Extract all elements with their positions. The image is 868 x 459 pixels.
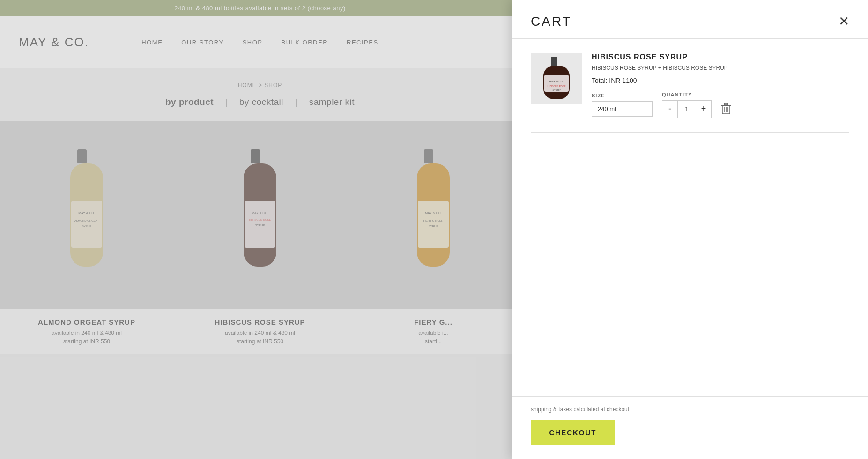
- svg-text:MAY & CO.: MAY & CO.: [425, 211, 442, 215]
- qty-minus-button[interactable]: -: [662, 101, 677, 118]
- product-grid: MAY & CO. ALMOND ORGEAT SYRUP ALMOND ORG…: [0, 121, 520, 354]
- cart-close-button[interactable]: ✕: [838, 15, 849, 28]
- nav-shop[interactable]: SHOP: [243, 39, 263, 46]
- svg-text:SYRUP: SYRUP: [255, 224, 265, 227]
- shipping-note: shipping & taxes calculated at checkout: [531, 406, 849, 413]
- product-info-fiery: FIERY G... available i... starti...: [347, 309, 520, 354]
- checkout-button[interactable]: CHECKOUT: [531, 420, 615, 445]
- product-avail-hibiscus: available in 240 ml & 480 ml: [183, 330, 337, 336]
- svg-rect-6: [251, 149, 260, 163]
- size-select[interactable]: 240 ml 480 ml: [592, 101, 653, 117]
- svg-rect-12: [424, 149, 433, 163]
- svg-text:MAY & CO.: MAY & CO.: [78, 211, 95, 215]
- cart-item-details: HIBISCUS ROSE SYRUP HIBISCUS ROSE SYRUP …: [592, 53, 849, 118]
- qty-label: QUANTITY: [662, 92, 712, 97]
- qty-control: - 1 +: [662, 100, 712, 118]
- product-image-hibiscus: MAY & CO. HIBISCUS ROSE SYRUP: [173, 121, 347, 309]
- size-select-wrap: SIZE 240 ml 480 ml: [592, 93, 653, 117]
- product-name-fiery: FIERY G...: [356, 318, 511, 326]
- filter-by-product[interactable]: by product: [156, 97, 223, 107]
- product-avail-fiery: available i...: [356, 330, 511, 336]
- svg-text:FIERY GINGER: FIERY GINGER: [423, 219, 444, 222]
- svg-text:MAY & CO.: MAY & CO.: [549, 80, 564, 83]
- announcement-text: 240 ml & 480 ml bottles available in set…: [174, 5, 346, 12]
- cart-item-total: Total: INR 1100: [592, 77, 849, 84]
- site-logo[interactable]: MAY & CO.: [19, 35, 89, 50]
- qty-value: 1: [677, 101, 696, 118]
- svg-rect-14: [418, 201, 449, 248]
- filter-by-cocktail[interactable]: by cocktail: [230, 97, 293, 107]
- product-image-fiery: MAY & CO. FIERY GINGER SYRUP: [347, 121, 520, 309]
- cart-panel: CART ✕ MAY & CO. HIBISCUS ROSE SYRUP HIB…: [512, 0, 868, 459]
- filter-sep-1: |: [223, 97, 230, 107]
- cart-header: CART ✕: [512, 0, 868, 39]
- product-card-fiery[interactable]: MAY & CO. FIERY GINGER SYRUP FIERY G... …: [347, 121, 520, 354]
- cart-item-name: HIBISCUS ROSE SYRUP: [592, 53, 849, 61]
- navbar: MAY & CO. HOME OUR STORY SHOP BULK ORDER…: [0, 16, 520, 68]
- svg-text:MAY & CO.: MAY & CO.: [252, 211, 268, 215]
- filter-tabs: by product | by cocktail | sampler kit: [0, 97, 520, 107]
- announcement-bar: 240 ml & 480 ml bottles available in set…: [0, 0, 520, 16]
- delete-item-button[interactable]: [721, 103, 731, 117]
- cart-body: MAY & CO. HIBISCUS ROSE SYRUP HIBISCUS R…: [512, 39, 868, 396]
- svg-text:SYRUP: SYRUP: [429, 225, 438, 228]
- svg-rect-18: [551, 57, 557, 66]
- nav-links: HOME OUR STORY SHOP BULK ORDER RECIPES: [141, 38, 378, 46]
- product-info-hibiscus: HIBISCUS ROSE SYRUP available in 240 ml …: [173, 309, 347, 354]
- nav-home[interactable]: HOME: [141, 39, 163, 46]
- cart-footer: shipping & taxes calculated at checkout …: [512, 396, 868, 459]
- cart-title: CART: [531, 14, 572, 29]
- product-info-almond: ALMOND ORGEAT SYRUP available in 240 ml …: [0, 309, 173, 354]
- breadcrumb: HOME > SHOP: [0, 82, 520, 89]
- product-price-fiery: starti...: [356, 338, 511, 345]
- svg-text:HIBISCUS ROSE: HIBISCUS ROSE: [249, 218, 271, 221]
- product-card-almond[interactable]: MAY & CO. ALMOND ORGEAT SYRUP ALMOND ORG…: [0, 121, 173, 354]
- svg-rect-25: [724, 103, 728, 105]
- cart-item-desc: HIBISCUS ROSE SYRUP + HIBISCUS ROSE SYRU…: [592, 64, 849, 72]
- svg-text:HIBISCUS ROSE: HIBISCUS ROSE: [547, 85, 566, 88]
- cart-divider: [531, 132, 849, 133]
- filter-sampler-kit[interactable]: sampler kit: [300, 97, 364, 107]
- svg-text:SYRUP: SYRUP: [82, 225, 92, 228]
- product-price-hibiscus: starting at INR 550: [183, 338, 337, 345]
- cart-item-image: MAY & CO. HIBISCUS ROSE SYRUP: [531, 53, 582, 104]
- filter-sep-2: |: [293, 97, 300, 107]
- svg-rect-2: [71, 201, 102, 248]
- product-name-almond: ALMOND ORGEAT SYRUP: [9, 318, 164, 326]
- cart-item: MAY & CO. HIBISCUS ROSE SYRUP HIBISCUS R…: [531, 53, 849, 118]
- product-avail-almond: available in 240 ml & 480 ml: [9, 330, 164, 336]
- svg-text:SYRUP: SYRUP: [552, 89, 561, 91]
- nav-our-story[interactable]: OUR STORY: [181, 39, 223, 46]
- svg-rect-0: [77, 149, 87, 163]
- product-price-almond: starting at INR 550: [9, 338, 164, 345]
- nav-bulk-order[interactable]: BULK ORDER: [282, 39, 328, 46]
- product-card-hibiscus[interactable]: MAY & CO. HIBISCUS ROSE SYRUP HIBISCUS R…: [173, 121, 347, 354]
- product-name-hibiscus: HIBISCUS ROSE SYRUP: [183, 318, 337, 326]
- cart-item-controls: SIZE 240 ml 480 ml QUANTITY -: [592, 92, 849, 118]
- qty-plus-button[interactable]: +: [696, 101, 711, 118]
- breadcrumb-area: HOME > SHOP by product | by cocktail | s…: [0, 68, 520, 121]
- svg-text:ALMOND ORGEAT: ALMOND ORGEAT: [74, 219, 99, 222]
- nav-recipes[interactable]: RECIPES: [347, 39, 378, 46]
- product-image-almond: MAY & CO. ALMOND ORGEAT SYRUP: [0, 121, 173, 309]
- size-label: SIZE: [592, 93, 653, 98]
- qty-control-wrap: QUANTITY - 1 +: [662, 92, 712, 118]
